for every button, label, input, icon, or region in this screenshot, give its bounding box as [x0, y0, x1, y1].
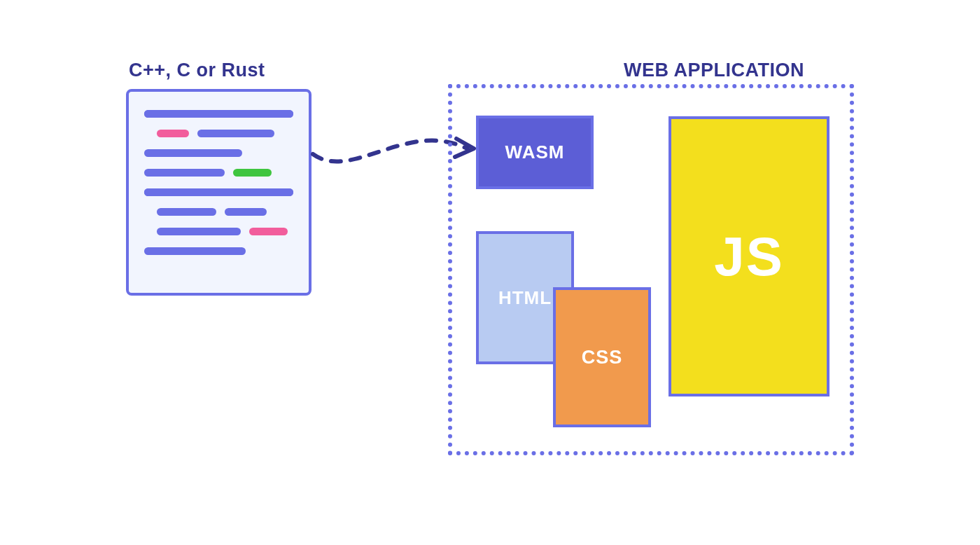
code-line: [144, 169, 293, 177]
web-application-heading: WEB APPLICATION: [546, 60, 882, 81]
code-line: [144, 247, 293, 255]
code-line: [144, 228, 293, 235]
wasm-block: WASM: [476, 116, 594, 189]
source-code-document: [126, 89, 312, 296]
code-line: [144, 208, 293, 216]
code-line: [144, 110, 293, 118]
js-block: JS: [668, 116, 830, 396]
source-languages-heading: C++, C or Rust: [129, 60, 265, 81]
css-block: CSS: [553, 287, 651, 427]
code-line: [144, 130, 293, 137]
code-line: [144, 188, 293, 196]
code-line: [144, 149, 293, 157]
